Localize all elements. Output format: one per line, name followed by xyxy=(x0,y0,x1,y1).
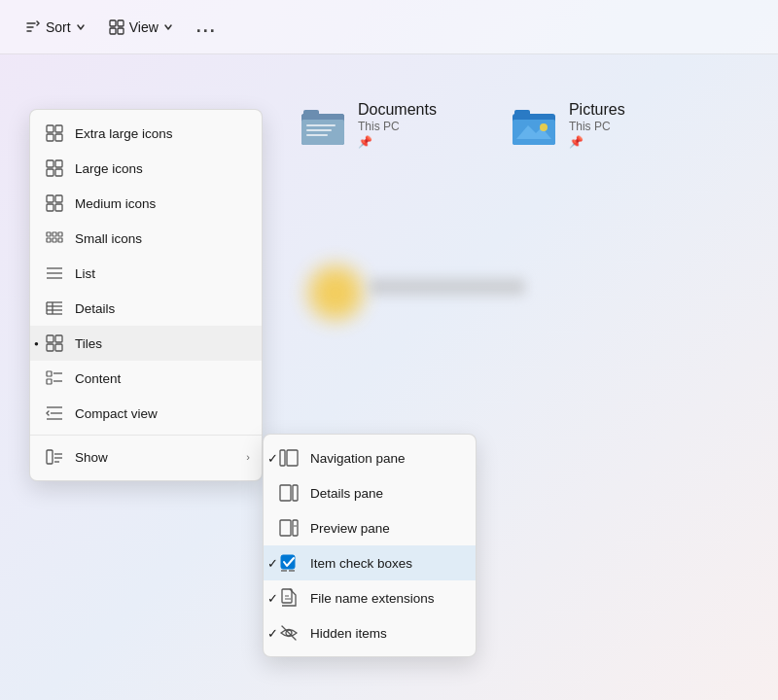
documents-location: This PC xyxy=(358,120,437,133)
svg-rect-65 xyxy=(280,520,291,536)
more-label: ... xyxy=(196,17,217,36)
menu-item-large-icons[interactable]: Large icons xyxy=(30,151,262,186)
svg-rect-64 xyxy=(293,485,298,501)
list-icon xyxy=(46,264,63,282)
svg-rect-27 xyxy=(47,195,53,202)
pictures-location: This PC xyxy=(569,120,625,133)
submenu-item-details-pane[interactable]: Details pane xyxy=(264,475,476,510)
svg-rect-28 xyxy=(55,195,62,202)
compact-view-label: Compact view xyxy=(75,406,158,421)
documents-folder-info: Documents This PC 📌 xyxy=(358,101,437,149)
show-chevron-icon: › xyxy=(246,451,250,463)
sort-label: Sort xyxy=(46,19,71,35)
svg-rect-47 xyxy=(55,335,62,342)
svg-rect-32 xyxy=(53,232,56,236)
file-name-extensions-label: File name extensions xyxy=(310,591,435,606)
documents-name: Documents xyxy=(358,101,437,119)
menu-item-small-icons[interactable]: Small icons xyxy=(30,221,262,256)
view-chevron-icon xyxy=(163,22,173,32)
show-icon xyxy=(46,448,63,466)
documents-folder[interactable]: Documents This PC 📌 xyxy=(292,93,444,157)
details-pane-label: Details pane xyxy=(310,486,383,501)
show-submenu: ✓ Navigation pane Details pane xyxy=(263,434,477,657)
svg-rect-20 xyxy=(55,125,62,132)
svg-rect-48 xyxy=(47,344,53,351)
tiles-selected-bullet: ● xyxy=(34,339,39,348)
extra-large-icons-icon xyxy=(46,124,63,142)
svg-rect-35 xyxy=(53,238,56,242)
blur-decoration xyxy=(301,259,370,327)
menu-item-content[interactable]: Content xyxy=(30,361,262,396)
svg-rect-19 xyxy=(47,125,53,132)
pictures-pin-icon: 📌 xyxy=(569,135,625,149)
documents-pin-icon: 📌 xyxy=(358,135,437,149)
submenu-item-navigation-pane[interactable]: ✓ Navigation pane xyxy=(264,440,476,475)
svg-rect-46 xyxy=(47,335,53,342)
svg-rect-16 xyxy=(514,110,530,120)
submenu-item-hidden-items[interactable]: ✓ Hidden items xyxy=(264,615,476,650)
view-icon xyxy=(109,19,124,35)
svg-rect-10 xyxy=(303,110,319,120)
medium-icons-label: Medium icons xyxy=(75,196,156,211)
svg-rect-29 xyxy=(47,204,53,211)
svg-rect-33 xyxy=(58,232,62,236)
large-icons-label: Large icons xyxy=(75,161,143,176)
menu-item-show[interactable]: Show › xyxy=(30,439,262,474)
navigation-pane-icon xyxy=(279,448,299,468)
toolbar: Sort View ... xyxy=(0,0,778,54)
menu-divider xyxy=(30,435,262,436)
svg-rect-21 xyxy=(47,134,53,141)
svg-rect-36 xyxy=(58,238,62,242)
list-label: List xyxy=(75,266,95,281)
hidden-items-check: ✓ xyxy=(267,626,278,641)
submenu-item-preview-pane[interactable]: Preview pane xyxy=(264,510,476,545)
tiles-label: Tiles xyxy=(75,336,102,351)
large-icons-icon xyxy=(46,159,63,177)
view-label: View xyxy=(129,19,159,35)
svg-rect-62 xyxy=(287,450,298,466)
svg-rect-25 xyxy=(47,169,53,176)
svg-rect-5 xyxy=(110,28,116,34)
submenu-item-item-check-boxes[interactable]: ✓ Item check boxes xyxy=(264,545,476,580)
view-button[interactable]: View xyxy=(99,14,183,41)
sort-chevron-icon xyxy=(76,22,86,32)
menu-item-details[interactable]: Details xyxy=(30,291,262,326)
menu-item-tiles[interactable]: ● Tiles xyxy=(30,326,262,361)
svg-rect-26 xyxy=(55,169,62,176)
sort-button[interactable]: Sort xyxy=(16,14,95,41)
svg-point-18 xyxy=(540,123,548,131)
menu-item-extra-large-icons[interactable]: Extra large icons xyxy=(30,116,262,151)
pictures-folder[interactable]: Pictures This PC 📌 xyxy=(503,93,633,157)
menu-item-compact-view[interactable]: Compact view xyxy=(30,396,262,431)
svg-line-75 xyxy=(282,626,296,640)
svg-rect-52 xyxy=(47,379,52,384)
navigation-pane-check: ✓ xyxy=(267,451,278,466)
svg-rect-31 xyxy=(47,232,51,236)
small-icons-label: Small icons xyxy=(75,231,142,246)
main-content: Documents This PC 📌 Pictures This xyxy=(0,54,778,700)
pictures-folder-info: Pictures This PC 📌 xyxy=(569,101,625,149)
svg-rect-50 xyxy=(47,371,52,376)
menu-item-medium-icons[interactable]: Medium icons xyxy=(30,186,262,221)
svg-rect-3 xyxy=(110,20,116,26)
item-check-boxes-check: ✓ xyxy=(267,556,278,571)
details-pane-icon xyxy=(279,483,299,503)
svg-rect-6 xyxy=(118,28,124,34)
blur-bar-decoration xyxy=(370,278,525,296)
more-options-button[interactable]: ... xyxy=(187,11,227,43)
file-name-extensions-check: ✓ xyxy=(267,591,278,606)
medium-icons-icon xyxy=(46,194,63,212)
navigation-pane-label: Navigation pane xyxy=(310,451,406,466)
svg-rect-30 xyxy=(55,204,62,211)
svg-rect-24 xyxy=(55,160,62,167)
small-icons-icon xyxy=(46,229,63,247)
compact-view-icon xyxy=(46,404,63,422)
hidden-items-icon xyxy=(279,623,299,643)
menu-item-list[interactable]: List xyxy=(30,256,262,291)
content-label: Content xyxy=(75,371,121,386)
details-label: Details xyxy=(75,301,115,316)
sort-icon xyxy=(25,19,41,35)
item-check-boxes-label: Item check boxes xyxy=(310,556,412,571)
submenu-item-file-name-extensions[interactable]: ✓ File name extensions xyxy=(264,580,476,615)
tiles-icon xyxy=(46,334,63,352)
